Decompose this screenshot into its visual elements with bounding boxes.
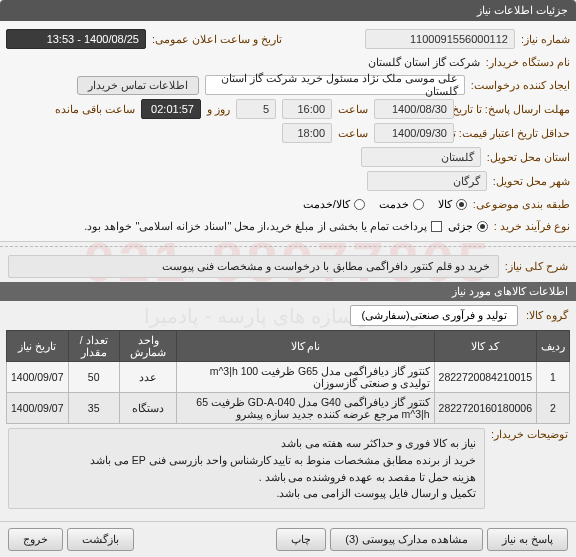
col-name: نام کالا	[177, 331, 434, 362]
province-value: گلستان	[361, 147, 481, 167]
group-value: تولید و فرآوری صنعتی(سفارشی)	[350, 305, 518, 326]
table-row[interactable]: 2 2822720160180006 کنتور گاز دیافراگمی G…	[7, 393, 570, 424]
summary-text: خرید دو قلم کنتور دافراگمی مطابق با درخو…	[8, 255, 499, 278]
col-date: تاریخ نیاز	[7, 331, 69, 362]
need-no-value: 1100091556000112	[365, 29, 515, 49]
col-unit: واحد شمارش	[119, 331, 177, 362]
requester-value: علی موسی ملک نژاد مسئول خرید شرکت گاز اس…	[205, 75, 465, 95]
summary-label: شرح کلی نیاز:	[505, 260, 568, 273]
reply-deadline-label: مهلت ارسال پاسخ: تا تاریخ:	[460, 103, 570, 116]
process-label: نوع فرآیند خرید :	[494, 220, 570, 233]
panel-title: جزئیات اطلاعات نیاز	[477, 4, 568, 16]
reply-time: 16:00	[282, 99, 332, 119]
buyer-org-value: شرکت گاز استان گلستان	[368, 56, 480, 69]
back-button[interactable]: بازگشت	[67, 528, 134, 551]
notes-box: نیاز به کالا فوری و حداکثر سه هفته می با…	[8, 428, 485, 509]
remain-suffix: ساعت باقی مانده	[55, 103, 135, 116]
radio-kala[interactable]: کالا	[438, 198, 467, 211]
valid-label: حداقل تاریخ اعتبار قیمت: تا تاریخ:	[460, 127, 570, 140]
notes-label: توضیحات خریدار:	[491, 428, 568, 441]
valid-date: 1400/09/30	[374, 123, 454, 143]
city-value: گرگان	[367, 171, 487, 191]
radio-kalakhadmat[interactable]: کالا/خدمت	[303, 198, 365, 211]
form-area: شماره نیاز: 1100091556000112 تاریخ و ساع…	[0, 21, 576, 242]
radio-khadmat[interactable]: خدمت	[379, 198, 424, 211]
province-label: استان محل تحویل:	[487, 151, 570, 164]
announce-value: 1400/08/25 - 13:53	[6, 29, 146, 49]
table-row[interactable]: 1 2822720084210015 کنتور گاز دیافراگمی م…	[7, 362, 570, 393]
need-no-label: شماره نیاز:	[521, 33, 570, 46]
time-label-2: ساعت	[338, 127, 368, 140]
goods-header: اطلاعات کالاهای مورد نیاز	[0, 282, 576, 301]
respond-button[interactable]: پاسخ به نیاز	[487, 528, 568, 551]
valid-time: 18:00	[282, 123, 332, 143]
panel-header: جزئیات اطلاعات نیاز	[0, 0, 576, 21]
reply-date: 1400/08/30	[374, 99, 454, 119]
col-qty: تعداد / مقدار	[68, 331, 119, 362]
goods-table: ردیف کد کالا نام کالا واحد شمارش تعداد /…	[6, 330, 570, 424]
subject-type-label: طبقه بندی موضوعی:	[473, 198, 570, 211]
col-code: کد کالا	[434, 331, 536, 362]
contact-buyer-button[interactable]: اطلاعات تماس خریدار	[77, 76, 199, 95]
city-label: شهر محل تحویل:	[493, 175, 570, 188]
attachments-button[interactable]: مشاهده مدارک پیوستی (3)	[330, 528, 483, 551]
subject-type-radios: کالا خدمت کالا/خدمت	[303, 198, 467, 211]
col-n: ردیف	[537, 331, 570, 362]
footer-bar: پاسخ به نیاز مشاهده مدارک پیوستی (3) چاپ…	[0, 521, 576, 557]
days-suffix: روز و	[207, 103, 230, 116]
separator	[0, 246, 576, 247]
days-value: 5	[236, 99, 276, 119]
treasury-check[interactable]: پرداخت تمام یا بخشی از مبلغ خرید،از محل …	[84, 220, 442, 233]
announce-label: تاریخ و ساعت اعلان عمومی:	[152, 33, 282, 46]
countdown: 02:01:57	[141, 99, 201, 119]
print-button[interactable]: چاپ	[276, 528, 326, 551]
group-label: گروه کالا:	[526, 309, 568, 322]
requester-label: ایجاد کننده درخواست:	[471, 79, 570, 92]
exit-button[interactable]: خروج	[8, 528, 63, 551]
time-label-1: ساعت	[338, 103, 368, 116]
buyer-org-label: نام دستگاه خریدار:	[486, 56, 570, 69]
radio-partial[interactable]: جزئی	[448, 220, 488, 233]
